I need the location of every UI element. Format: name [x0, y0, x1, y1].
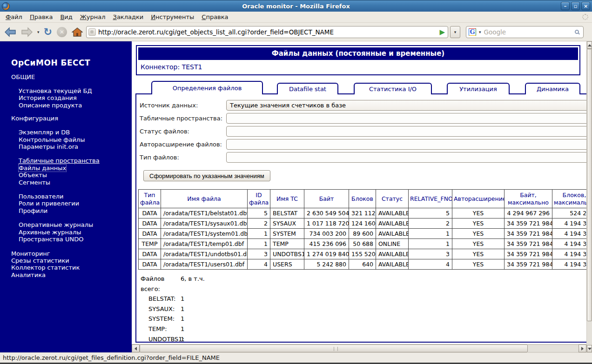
sidebar-item-аналитика[interactable]: Аналитика [0, 271, 132, 278]
forward-button[interactable] [20, 25, 34, 39]
table-row: DATA/oradata/TEST1/system01.dbf1SYSTEM73… [139, 229, 587, 239]
sidebar-item-описание-продукта[interactable]: Описание продукта [0, 102, 132, 109]
sidebar-item-табличные-пространства[interactable]: Табличные пространства [0, 157, 132, 164]
table-row: DATA/oradata/TEST1/belstat01.dbf5BELSTAT… [139, 208, 587, 218]
horizontal-scrollbar[interactable] [132, 344, 586, 352]
search-bar[interactable]: G ▾ Google [466, 26, 584, 38]
table-row: TEMP/oradata/TEST1/temp01.dbf1TEMP415 23… [139, 239, 587, 249]
form-label: Табличные пространства: [140, 115, 226, 122]
minimize-button[interactable]: – [561, 2, 570, 10]
go-button[interactable]: ▶ [439, 28, 446, 36]
column-header: Имя TC [270, 190, 304, 208]
form-select-авторасширение-файлов-[interactable] [226, 139, 586, 150]
sidebar-item-профили[interactable]: Профили [0, 207, 132, 214]
table-cell: 734 003 200 [304, 229, 349, 239]
stop-button[interactable]: ✕ [55, 25, 68, 39]
url-history-dropdown[interactable]: ▾ [450, 26, 460, 38]
menu-item[interactable]: Инструменты [147, 12, 198, 22]
close-button[interactable]: × [581, 2, 590, 10]
search-input[interactable]: Google [484, 28, 573, 36]
table-row: DATA/oradata/TEST1/users01.dbf4USERS5 24… [139, 259, 587, 270]
summary-item-name: UNDOTBS1: [141, 334, 181, 344]
page-header-box: Файлы данных (постоянные и временные) Ко… [136, 45, 580, 75]
generate-button[interactable]: Сформировать по указанным значениям [143, 170, 270, 181]
table-row: DATA/oradata/TEST1/sysaux01.dbf2SYSAUX1 … [139, 218, 587, 229]
sidebar-item-файлы-данных[interactable]: Файлы данных [0, 165, 132, 172]
menu-item[interactable]: Журнал [76, 12, 109, 22]
menu-item[interactable]: Справка [198, 12, 232, 22]
scroll-right-button[interactable] [579, 344, 586, 352]
table-row: DATA/oradata/TEST1/undotbs01.dbf3UNDOTBS… [139, 249, 587, 259]
summary-item-name: BELSTAT: [141, 294, 181, 304]
table-cell: 5 242 880 [304, 259, 349, 270]
vertical-scroll-thumb[interactable] [587, 49, 592, 321]
table-cell: 155 520 [349, 249, 376, 259]
forward-dropdown-caret[interactable]: ▾ [36, 25, 40, 39]
table-cell: DATA [139, 259, 161, 270]
search-engine-dropdown[interactable]: ▾ [478, 30, 482, 34]
form-label: Источник данных: [140, 102, 226, 109]
tab-datafile-stat[interactable]: Datafile stat [277, 83, 338, 94]
sidebar-item-роли-и-привелегии[interactable]: Роли и привелегии [0, 200, 132, 207]
sidebar-item-архивные-журналы[interactable]: Архивные журналы [0, 229, 132, 236]
url-bar[interactable]: http://oracle.zerot.ru/cgi/get_objects_l… [86, 26, 448, 38]
form-select-статус-файлов-[interactable] [226, 126, 586, 137]
form-select-табличные-пространства-[interactable] [226, 113, 586, 124]
table-cell: 415 236 096 [304, 239, 349, 249]
menu-item[interactable]: Вид [56, 12, 76, 22]
maximize-button[interactable]: ▫ [571, 2, 580, 10]
sidebar-item-коллектор-статистик[interactable]: Коллектор статистик [0, 264, 132, 271]
table-cell: 89 600 [349, 229, 376, 239]
sidebar-item-мониторинг[interactable]: Мониторинг [0, 250, 132, 257]
table-cell: 1 [248, 229, 270, 239]
summary-item-name: TEMP: [141, 324, 181, 334]
scroll-left-button[interactable] [132, 344, 140, 352]
form-select-тип-файлов-[interactable] [226, 152, 586, 163]
sidebar-item-история-создания[interactable]: История создания [0, 94, 132, 101]
sidebar-item-объекты[interactable]: Объекты [0, 172, 132, 179]
sidebar-item-установка-текущей-бд[interactable]: Установка текущей БД [0, 87, 132, 94]
column-header: Статус [376, 190, 409, 208]
sidebar-item-экземпляр-и-db[interactable]: Экземпляр и DB [0, 129, 132, 136]
sidebar-item-параметры-init.ora[interactable]: Параметры init.ora [0, 143, 132, 150]
table-cell: 4 [409, 259, 452, 270]
table-cell: 1 [248, 239, 270, 249]
sidebar-item-сегменты[interactable]: Сегменты [0, 179, 132, 186]
menu-item[interactable]: Файл [2, 12, 26, 22]
sidebar-item-контрольные-файлы[interactable]: Контрольные файлы [0, 136, 132, 143]
menu-item[interactable]: Правка [26, 12, 56, 22]
sidebar-item-пространства-undo[interactable]: Пространства UNDO [0, 236, 132, 243]
table-cell: /oradata/TEST1/temp01.dbf [161, 239, 248, 249]
page-favicon-icon [88, 28, 96, 36]
table-cell: 3 [248, 249, 270, 259]
table-cell: USERS [270, 259, 304, 270]
column-header: Имя файла [161, 190, 248, 208]
horizontal-scroll-track[interactable] [528, 344, 579, 352]
sidebar-item-оперативные-журналы[interactable]: Оперативные журналы [0, 221, 132, 228]
sidebar-item-пользователи[interactable]: Пользователи [0, 193, 132, 200]
reload-button[interactable]: ↻ [42, 25, 54, 39]
sidebar-item-срезы-статистики[interactable]: Срезы статистики [0, 257, 132, 264]
tab-статистика-i/o[interactable]: Статистика I/O [354, 83, 432, 94]
search-icon[interactable] [575, 30, 579, 34]
tab-утилизация[interactable]: Утилизация [447, 83, 510, 94]
window-title: Oracle monitor - Mozilla Firefox [0, 3, 592, 10]
tab-динамика[interactable]: Динамика [525, 83, 580, 94]
scroll-up-button[interactable] [587, 41, 592, 49]
back-button[interactable] [3, 25, 18, 39]
table-cell: 640 [349, 259, 376, 270]
table-cell: /oradata/TEST1/system01.dbf [161, 229, 248, 239]
table-cell: 1 274 019 840 [304, 249, 349, 259]
scroll-down-button[interactable] [587, 345, 592, 352]
url-input[interactable]: http://oracle.zerot.ru/cgi/get_objects_l… [98, 28, 437, 36]
form-select-источник-данных-[interactable]: Текущие значения счетчиков в базе [226, 100, 586, 111]
table-cell: BELSTAT [270, 208, 304, 218]
vertical-scrollbar[interactable] [586, 41, 592, 352]
horizontal-scroll-thumb[interactable] [140, 344, 528, 352]
summary-total-label: Файлов всего: [141, 274, 181, 294]
home-button[interactable] [70, 25, 84, 39]
menu-item[interactable]: Закладки [109, 12, 148, 22]
tab-определения-файлов[interactable]: Определения файлов [151, 81, 263, 94]
vertical-scroll-track[interactable] [587, 321, 592, 345]
status-link-text: http://oracle.zerot.ru/cgi/get_files_def… [3, 354, 220, 361]
